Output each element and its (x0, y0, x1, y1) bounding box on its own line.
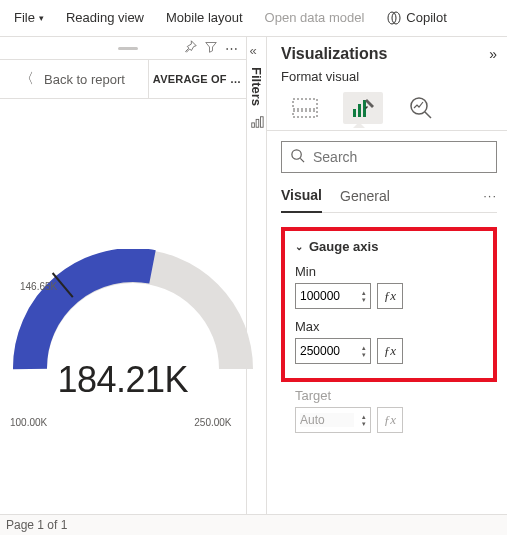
chevron-down-icon: ⌄ (295, 241, 303, 252)
svg-rect-9 (358, 104, 361, 117)
format-search-input[interactable] (313, 149, 488, 165)
main-area: ⋯ 〈 Back to report AVERAGE OF … 146.65K … (0, 36, 507, 514)
tab-visual[interactable]: Visual (281, 187, 322, 213)
gauge-visual[interactable]: 146.65K 184.21K 100.00K 250.00K (0, 99, 246, 479)
viz-pane-subtitle: Format visual (281, 69, 497, 84)
filters-label: Filters (249, 67, 264, 106)
min-spinner[interactable]: ▴▾ (362, 289, 366, 303)
format-search[interactable] (281, 141, 497, 173)
filters-pane-collapsed: « Filters (247, 37, 267, 514)
menu-open-data-model: Open data model (255, 4, 375, 31)
pin-icon[interactable] (184, 40, 197, 56)
min-input-box[interactable]: ▴▾ (295, 283, 371, 309)
copilot-icon (386, 10, 402, 26)
highlight-box: ⌄ Gauge axis Min ▴▾ ƒx Max ▴▾ ƒx (281, 227, 497, 382)
format-visual-tab[interactable] (343, 92, 383, 124)
menu-copilot[interactable]: Copilot (376, 4, 456, 32)
tabs-more-icon[interactable]: ··· (483, 188, 497, 211)
svg-rect-7 (293, 111, 317, 117)
max-input-box[interactable]: ▴▾ (295, 338, 371, 364)
top-menu: File ▾ Reading view Mobile layout Open d… (0, 0, 507, 36)
filter-icon[interactable] (205, 41, 217, 56)
chevron-down-icon: ▾ (39, 13, 44, 23)
drill-header: 〈 Back to report AVERAGE OF … (0, 59, 246, 99)
format-tabs: Visual General ··· (281, 187, 497, 213)
svg-line-12 (425, 112, 431, 118)
expand-filters-button[interactable]: « (250, 43, 257, 58)
gauge-value-label: 184.21K (0, 359, 246, 401)
target-field-group: Target ▴▾ ƒx (281, 388, 497, 433)
max-input[interactable] (300, 344, 354, 358)
visual-header: ⋯ (0, 37, 246, 59)
chevron-down-icon: ▾ (362, 420, 366, 427)
chevron-up-icon[interactable]: ▴ (362, 344, 366, 351)
build-visual-tab[interactable] (285, 92, 325, 124)
drag-handle-icon[interactable] (118, 47, 138, 50)
search-icon (290, 148, 305, 166)
svg-rect-6 (293, 99, 317, 109)
metric-header[interactable]: AVERAGE OF … (148, 60, 246, 98)
min-label: Min (295, 264, 483, 279)
tab-general[interactable]: General (340, 188, 390, 212)
menu-reading-view[interactable]: Reading view (56, 4, 154, 31)
min-input[interactable] (300, 289, 354, 303)
min-fx-button[interactable]: ƒx (377, 283, 403, 309)
gauge-max-label: 250.00K (194, 417, 231, 428)
back-to-report-button[interactable]: 〈 Back to report (0, 60, 148, 98)
max-spinner[interactable]: ▴▾ (362, 344, 366, 358)
chevron-up-icon[interactable]: ▴ (362, 289, 366, 296)
chevron-up-icon: ▴ (362, 413, 366, 420)
gauge-target-label: 146.65K (20, 281, 57, 292)
chevron-down-icon[interactable]: ▾ (362, 351, 366, 358)
svg-point-13 (292, 150, 301, 159)
expand-pane-button[interactable]: » (489, 46, 497, 62)
menu-file-label: File (14, 10, 35, 25)
gauge-min-label: 100.00K (10, 417, 47, 428)
visualizations-pane: Visualizations » Format visual Visual (267, 37, 507, 514)
format-mode-switch (281, 92, 497, 124)
svg-rect-5 (260, 117, 263, 128)
viz-pane-title: Visualizations (281, 45, 387, 63)
more-options-icon[interactable]: ⋯ (225, 41, 238, 56)
canvas-pane: ⋯ 〈 Back to report AVERAGE OF … 146.65K … (0, 37, 247, 514)
bar-chart-icon (250, 115, 264, 132)
svg-rect-4 (256, 119, 259, 127)
target-label: Target (295, 388, 483, 403)
page-indicator: Page 1 of 1 (6, 518, 67, 532)
page-footer: Page 1 of 1 (0, 514, 507, 535)
menu-mobile-layout[interactable]: Mobile layout (156, 4, 253, 31)
svg-rect-3 (251, 123, 254, 127)
max-fx-button[interactable]: ƒx (377, 338, 403, 364)
menu-copilot-label: Copilot (406, 10, 446, 25)
svg-rect-8 (353, 109, 356, 117)
target-input-box: ▴▾ (295, 407, 371, 433)
chevron-down-icon[interactable]: ▾ (362, 296, 366, 303)
divider (267, 130, 507, 131)
menu-file[interactable]: File ▾ (4, 4, 54, 31)
section-gauge-axis[interactable]: ⌄ Gauge axis (295, 239, 483, 254)
analytics-tab[interactable] (401, 92, 441, 124)
target-fx-button: ƒx (377, 407, 403, 433)
chevron-left-icon: 〈 (20, 70, 34, 88)
max-label: Max (295, 319, 483, 334)
back-label: Back to report (44, 72, 125, 87)
section-gauge-axis-label: Gauge axis (309, 239, 378, 254)
target-input (300, 413, 354, 427)
target-spinner: ▴▾ (362, 413, 366, 427)
svg-point-11 (411, 98, 427, 114)
selected-tab-indicator-icon (353, 122, 365, 128)
svg-line-14 (300, 158, 304, 162)
